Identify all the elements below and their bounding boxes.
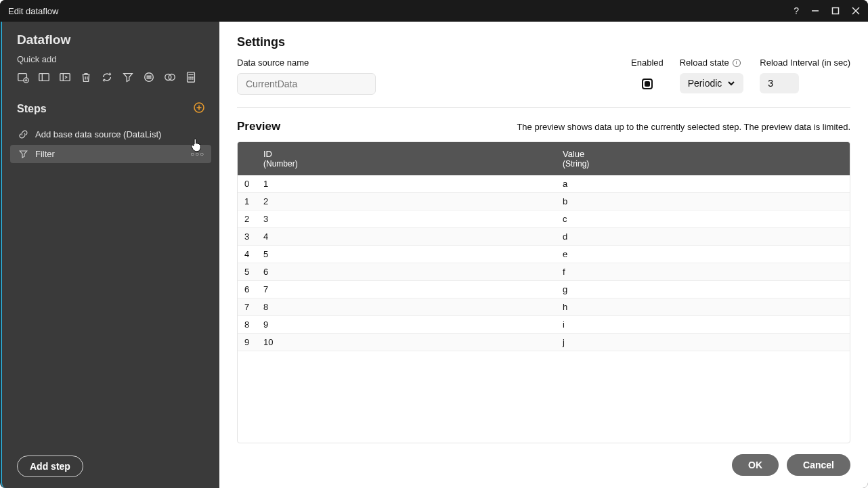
merge-icon[interactable] (164, 71, 176, 83)
row-index: 9 (238, 334, 257, 351)
maximize-icon[interactable] (831, 7, 840, 15)
steps-list: Add base data source (DataList) Filter ○… (17, 125, 204, 163)
data-source-name-label: Data source name (237, 58, 615, 68)
table-row[interactable]: 910j (238, 334, 850, 351)
row-index: 6 (238, 281, 257, 298)
cell-value: b (556, 193, 850, 210)
settings-title: Settings (237, 35, 850, 49)
preview-table: ID (Number) Value (String) 01a12b23c34d4… (238, 142, 850, 351)
row-index: 4 (238, 246, 257, 263)
column-header-id[interactable]: ID (Number) (257, 142, 556, 175)
step-label: Filter (35, 149, 183, 159)
steps-label: Steps (17, 103, 47, 115)
cell-id: 3 (257, 210, 556, 228)
column-name: ID (263, 149, 549, 159)
table-row[interactable]: 78h (238, 298, 850, 316)
step-item-base-data-source[interactable]: Add base data source (DataList) (10, 125, 211, 143)
table-row[interactable]: 56f (238, 263, 850, 281)
cell-value: i (556, 316, 850, 334)
table-row[interactable]: 34d (238, 228, 850, 246)
reload-state-select[interactable]: Periodic (680, 73, 744, 93)
refresh-icon[interactable] (101, 71, 113, 83)
window-title: Edit dataflow (8, 6, 794, 16)
cell-value: c (556, 210, 850, 228)
main-panel: Settings Data source name Enabled Reload… (219, 22, 868, 488)
table-row[interactable]: 01a (238, 175, 850, 193)
cell-id: 6 (257, 263, 556, 281)
table-row[interactable]: 23c (238, 210, 850, 228)
cell-value: d (556, 228, 850, 246)
step-item-filter[interactable]: Filter ○○○ (10, 145, 211, 163)
reload-interval-input[interactable] (760, 73, 799, 93)
reload-state-label: Reload state (680, 58, 729, 68)
preview-table-wrap: ID (Number) Value (String) 01a12b23c34d4… (237, 141, 850, 443)
svg-rect-10 (60, 74, 70, 81)
row-index: 3 (238, 228, 257, 246)
quick-add-toolbar (17, 71, 204, 83)
enabled-label: Enabled (631, 58, 664, 68)
table-row[interactable]: 45e (238, 246, 850, 263)
window-controls: ? (794, 5, 860, 16)
add-step-button[interactable]: Add step (17, 456, 83, 477)
reload-interval-col: Reload Interval (in sec) (760, 58, 850, 93)
data-source-name-input[interactable] (237, 73, 376, 95)
svg-point-19 (169, 74, 175, 81)
trash-icon[interactable] (80, 71, 92, 83)
svg-point-27 (192, 79, 193, 79)
cell-id: 7 (257, 281, 556, 298)
reload-state-col: Reload state i Periodic (680, 58, 744, 93)
cancel-button[interactable]: Cancel (787, 454, 850, 476)
chevron-down-icon (727, 79, 735, 87)
cell-id: 9 (257, 316, 556, 334)
column-name: Value (563, 149, 843, 159)
cell-value: h (556, 298, 850, 316)
enabled-col: Enabled (631, 58, 664, 95)
steps-header: Steps (17, 102, 204, 116)
cell-id: 4 (257, 228, 556, 246)
row-index: 2 (238, 210, 257, 228)
svg-point-25 (189, 79, 190, 79)
minimize-icon[interactable] (811, 7, 819, 15)
ok-button[interactable]: OK (732, 454, 779, 476)
row-index: 5 (238, 263, 257, 281)
svg-point-23 (191, 77, 192, 78)
svg-rect-8 (39, 74, 49, 81)
svg-point-22 (189, 77, 190, 78)
cell-id: 5 (257, 246, 556, 263)
add-step-icon[interactable] (194, 102, 204, 116)
filter-icon (18, 149, 28, 159)
data-source-name-col: Data source name (237, 58, 615, 95)
cell-value: a (556, 175, 850, 193)
data-source-icon[interactable] (17, 71, 29, 83)
link-icon (18, 129, 28, 139)
row-index: 0 (238, 175, 257, 193)
cell-value: e (556, 246, 850, 263)
more-icon[interactable]: ○○○ (190, 150, 204, 158)
panel-left-icon[interactable] (38, 71, 50, 83)
help-icon[interactable]: ? (794, 5, 799, 16)
preview-header: Preview The preview shows data up to the… (237, 120, 850, 133)
cell-id: 8 (257, 298, 556, 316)
column-type: (Number) (263, 159, 549, 169)
filter-icon[interactable] (122, 71, 134, 83)
table-row[interactable]: 67g (238, 281, 850, 298)
table-row[interactable]: 89i (238, 316, 850, 334)
calculator-icon[interactable] (185, 71, 197, 83)
cell-value: j (556, 334, 850, 351)
index-header (238, 142, 257, 175)
reload-state-value: Periodic (688, 78, 722, 89)
list-icon[interactable] (143, 71, 155, 83)
row-index: 8 (238, 316, 257, 334)
table-row[interactable]: 12b (238, 193, 850, 210)
svg-point-26 (191, 79, 192, 79)
close-icon[interactable] (852, 7, 860, 15)
sidebar-title: Dataflow (17, 32, 204, 47)
preview-note: The preview shows data up to the current… (517, 122, 850, 132)
column-header-value[interactable]: Value (String) (556, 142, 850, 175)
row-index: 1 (238, 193, 257, 210)
panel-arrow-icon[interactable] (59, 71, 71, 83)
edit-dataflow-window: Edit dataflow ? Dataflow Quick add (0, 0, 868, 488)
quick-add-label: Quick add (17, 54, 204, 64)
info-icon[interactable]: i (733, 59, 741, 67)
enabled-checkbox[interactable] (642, 79, 653, 89)
